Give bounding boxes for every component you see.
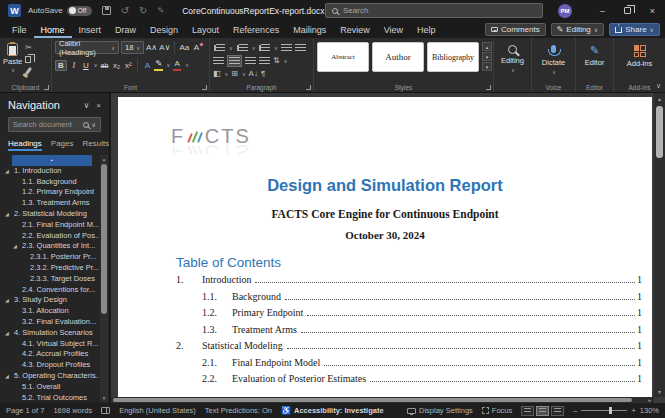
dialog-launcher-icon[interactable]	[202, 85, 207, 90]
bullets-button[interactable]	[216, 44, 225, 52]
addins-button[interactable]: Add-ins	[617, 41, 662, 68]
zoom-level[interactable]: 130%	[640, 406, 659, 415]
copy-icon[interactable]	[25, 56, 31, 63]
collapse-ribbon-icon[interactable]: ∨	[656, 82, 661, 90]
zoom-out-icon[interactable]: –	[573, 406, 577, 415]
autosave-toggle[interactable]: Off	[67, 6, 92, 16]
nav-item[interactable]: 2.3.2. Predictive Pr...	[0, 263, 99, 274]
dialog-launcher-icon[interactable]	[306, 85, 311, 90]
collapse-triangle-icon[interactable]: ◢	[5, 295, 9, 306]
nav-item[interactable]: 2.3.1. Posterior Pr...	[0, 252, 99, 263]
menu-tab-insert[interactable]: Insert	[72, 21, 109, 38]
menu-tab-layout[interactable]: Layout	[185, 21, 226, 38]
nav-item[interactable]: 1.1. Background	[0, 177, 99, 188]
zoom-slider-thumb[interactable]	[609, 407, 612, 414]
document-page[interactable]: F CTS F CTS Design and Simulation Report…	[118, 97, 652, 397]
nav-item[interactable]: ◢5. Operating Characteris...	[0, 371, 99, 382]
pane-close-icon[interactable]: ×	[96, 101, 101, 110]
nav-item[interactable]: 4.3. Dropout Profiles	[0, 360, 99, 371]
menu-tab-draw[interactable]: Draw	[108, 21, 143, 38]
menu-tab-references[interactable]: References	[226, 21, 286, 38]
clear-formatting-button[interactable]: A	[191, 42, 201, 53]
focus-button[interactable]: Focus	[482, 406, 512, 415]
close-button[interactable]: ×	[640, 0, 665, 21]
editing-button[interactable]: Editing ∨	[497, 41, 528, 73]
scrollbar-thumb[interactable]	[113, 398, 632, 402]
nav-tab-pages[interactable]: Pages	[51, 139, 74, 151]
nav-item[interactable]: 1.3. Treatment Arms	[0, 198, 99, 209]
save-icon[interactable]	[102, 6, 111, 15]
scroll-down-icon[interactable]: ▾	[100, 395, 108, 401]
superscript-button[interactable]: x²	[123, 60, 133, 71]
chevron-down-icon[interactable]: ∨	[166, 62, 170, 68]
menu-tab-mailings[interactable]: Mailings	[286, 21, 333, 38]
page-indicator[interactable]: Page 1 of 7	[6, 406, 44, 415]
change-case-button[interactable]: Aa	[179, 42, 189, 53]
toc-entry[interactable]: 1.1.Background1	[176, 291, 642, 308]
line-spacing-button[interactable]: ⇅	[273, 56, 280, 65]
collapse-triangle-icon[interactable]: ◢	[5, 166, 9, 177]
scrollbar-thumb[interactable]	[656, 106, 663, 158]
toc-entry[interactable]: 2.Statistical Modeling1	[176, 340, 642, 357]
paste-button[interactable]: Paste ∨	[3, 41, 22, 81]
scrollbar-thumb[interactable]	[101, 164, 107, 314]
collapse-triangle-icon[interactable]: ◢	[5, 328, 9, 339]
menu-tab-view[interactable]: View	[377, 21, 410, 38]
nav-item[interactable]: 1.2. Primary Endpoint	[0, 187, 99, 198]
collapse-triangle-icon[interactable]: ◢	[5, 209, 9, 220]
multilevel-list-button[interactable]	[261, 44, 270, 52]
navigation-scrollbar[interactable]: ▴ ▾	[100, 155, 108, 402]
nav-item[interactable]: 3.1. Allocation	[0, 306, 99, 317]
increase-indent-button[interactable]	[295, 44, 306, 52]
strikethrough-button[interactable]: ab	[99, 60, 109, 71]
toc-entry[interactable]: 2.1.Final Endpoint Model1	[176, 357, 642, 374]
search-input[interactable]: Search	[325, 3, 543, 18]
avatar[interactable]: PM	[558, 4, 572, 18]
read-mode-button[interactable]	[521, 406, 534, 416]
borders-button[interactable]: ⊞	[231, 69, 238, 78]
nav-item[interactable]: 3.2. Final Evaluation...	[0, 317, 99, 328]
gallery-down-icon[interactable]: ▾	[482, 52, 492, 61]
text-effects-button[interactable]: A	[142, 60, 152, 71]
nav-item[interactable]: 4.2. Accrual Profiles	[0, 349, 99, 360]
font-size-select[interactable]: 18∨	[121, 41, 144, 54]
menu-tab-design[interactable]: Design	[143, 21, 185, 38]
menu-tab-help[interactable]: Help	[410, 21, 443, 38]
highlight-button[interactable]: ✎	[154, 59, 163, 71]
redo-icon[interactable]: ↻	[139, 5, 147, 16]
nav-item[interactable]: ◢2.3. Quantities of Int...	[0, 241, 99, 252]
proofing-icon[interactable]	[101, 407, 110, 414]
nav-item[interactable]: ◢2. Statistical Modeling	[0, 209, 99, 220]
menu-tab-review[interactable]: Review	[333, 21, 377, 38]
nav-item[interactable]: ▪	[12, 155, 92, 166]
subscript-button[interactable]: x₂	[111, 60, 121, 71]
undo-icon[interactable]: ↺	[121, 5, 129, 16]
nav-item[interactable]: 4.1. Virtual Subject R...	[0, 339, 99, 350]
scroll-up-icon[interactable]: ▴	[100, 156, 108, 162]
dictate-button[interactable]: Dictate ∨	[535, 41, 572, 75]
cut-icon[interactable]: ✂	[25, 44, 32, 52]
style-card-abstract[interactable]: Abstract	[317, 42, 369, 72]
display-settings-button[interactable]: Display Settings	[407, 406, 473, 415]
accessibility-status[interactable]: ♿ Accessibility: Investigate	[281, 406, 384, 415]
dialog-launcher-icon[interactable]	[486, 85, 491, 90]
style-card-author[interactable]: Author	[372, 42, 424, 72]
nav-tab-headings[interactable]: Headings	[8, 139, 42, 151]
editing-mode-button[interactable]: ✎ Editing ∨	[551, 23, 605, 36]
comments-button[interactable]: Comments	[485, 23, 546, 36]
menu-tab-file[interactable]: File	[5, 21, 34, 38]
style-card-bibliography[interactable]: Bibliography	[427, 42, 479, 72]
chevron-down-icon[interactable]: ∨	[94, 62, 98, 68]
editor-button[interactable]: ✎ Editor	[579, 41, 610, 67]
language-indicator[interactable]: English (United States)	[119, 406, 196, 415]
minimize-button[interactable]: –	[590, 0, 615, 21]
shrink-font-button[interactable]: A∨	[159, 42, 170, 53]
document-search-input[interactable]: Search document ∨	[8, 117, 101, 132]
shading-button[interactable]: ◧	[213, 69, 221, 78]
italic-button[interactable]: I	[69, 60, 79, 71]
menu-tab-home[interactable]: Home	[34, 21, 72, 38]
sort-button[interactable]: A↓	[249, 69, 258, 78]
bold-button[interactable]: B	[55, 60, 67, 71]
decrease-indent-button[interactable]	[281, 44, 292, 52]
align-center-button[interactable]	[227, 55, 242, 67]
